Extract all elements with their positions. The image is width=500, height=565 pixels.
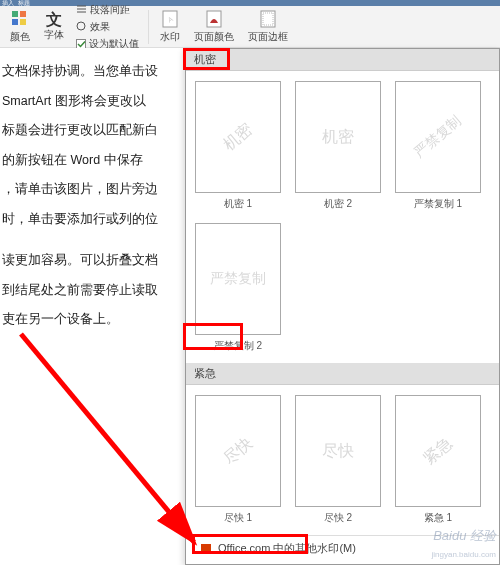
svg-rect-2 [12, 19, 18, 25]
confidential-grid: 机密 机密 1 机密 机密 2 严禁复制 严禁复制 1 严禁复制 严禁复制 2 [186, 71, 499, 363]
wm-label: 机密 2 [324, 197, 352, 211]
wm-thumb-confidential-2[interactable]: 机密 [295, 81, 381, 193]
svg-point-7 [77, 22, 85, 30]
fonts-button[interactable]: 文 字体 [38, 10, 70, 44]
circle-icon [76, 21, 87, 32]
page-color-label: 页面颜色 [194, 30, 234, 44]
wm-thumb-confidential-1[interactable]: 机密 [195, 81, 281, 193]
page-borders-icon [258, 9, 278, 29]
custom-watermark[interactable]: 自定义水印(W)... [186, 561, 499, 565]
wm-thumb-nocopy-1[interactable]: 严禁复制 [395, 81, 481, 193]
wm-item: 严禁复制 严禁复制 2 [194, 223, 282, 353]
wm-thumb-urgent-1[interactable]: 紧急 [395, 395, 481, 507]
page-borders-button[interactable]: 页面边框 [242, 7, 294, 46]
watermark-panel: 机密 机密 机密 1 机密 机密 2 严禁复制 严禁复制 1 严禁复制 严禁复制… [185, 48, 500, 565]
section-confidential: 机密 [186, 49, 499, 71]
office-icon [200, 543, 212, 555]
wm-thumb-asap-1[interactable]: 尽快 [195, 395, 281, 507]
para-spacing-button[interactable]: 段落间距 [72, 2, 143, 18]
colors-label: 颜色 [10, 30, 30, 44]
wm-footer: Office.com 中的其他水印(M) 自定义水印(W)... 删除水印(R) [186, 535, 499, 565]
wm-item: 尽快 尽快 1 [194, 395, 282, 525]
document-area: 文档保持协调。当您单击设 SmartArt 图形将会更改以 标题会进行更改以匹配… [0, 48, 185, 558]
wm-item: 机密 机密 1 [194, 81, 282, 211]
wm-thumb-nocopy-2[interactable]: 严禁复制 [195, 223, 281, 335]
wm-label: 严禁复制 1 [414, 197, 462, 211]
check-icon [76, 39, 86, 49]
wm-label: 尽快 2 [324, 511, 352, 525]
section-urgent: 紧急 [186, 363, 499, 385]
watermark-icon: A [160, 9, 180, 29]
fonts-label: 字体 [44, 28, 64, 42]
colors-icon [10, 9, 30, 29]
page-borders-label: 页面边框 [248, 30, 288, 44]
page-color-button[interactable]: 页面颜色 [188, 7, 240, 46]
effects-button[interactable]: 效果 [72, 19, 143, 35]
office-more-watermarks[interactable]: Office.com 中的其他水印(M) [186, 536, 499, 561]
wm-item: 机密 机密 2 [294, 81, 382, 211]
doc-formatting-stack: 段落间距 效果 设为默认值 [72, 2, 143, 52]
ribbon: 颜色 文 字体 段落间距 效果 设为默认值 A 水印 页面颜色 页面边框 [0, 6, 500, 48]
lines-icon [76, 4, 87, 15]
qb-insert: 插入 [2, 0, 14, 8]
qb-title: 标题 [18, 0, 30, 8]
document-text: 文档保持协调。当您单击设 SmartArt 图形将会更改以 标题会进行更改以匹配… [2, 58, 179, 334]
wm-label: 紧急 1 [424, 511, 452, 525]
svg-rect-3 [20, 19, 26, 25]
wm-label: 机密 1 [224, 197, 252, 211]
wm-thumb-asap-2[interactable]: 尽快 [295, 395, 381, 507]
urgent-grid: 尽快 尽快 1 尽快 尽快 2 紧急 紧急 1 [186, 385, 499, 535]
wm-item: 严禁复制 严禁复制 1 [394, 81, 482, 211]
svg-rect-0 [12, 11, 18, 17]
separator [148, 10, 149, 44]
page-color-icon [204, 9, 224, 29]
svg-rect-1 [20, 11, 26, 17]
colors-button[interactable]: 颜色 [4, 7, 36, 46]
watermark-label: 水印 [160, 30, 180, 44]
wm-label: 尽快 1 [224, 511, 252, 525]
wm-item: 紧急 紧急 1 [394, 395, 482, 525]
wm-label: 严禁复制 2 [214, 339, 262, 353]
svg-rect-13 [201, 544, 211, 554]
fonts-icon: 文 [46, 12, 62, 28]
wm-item: 尽快 尽快 2 [294, 395, 382, 525]
watermark-button[interactable]: A 水印 [154, 7, 186, 46]
